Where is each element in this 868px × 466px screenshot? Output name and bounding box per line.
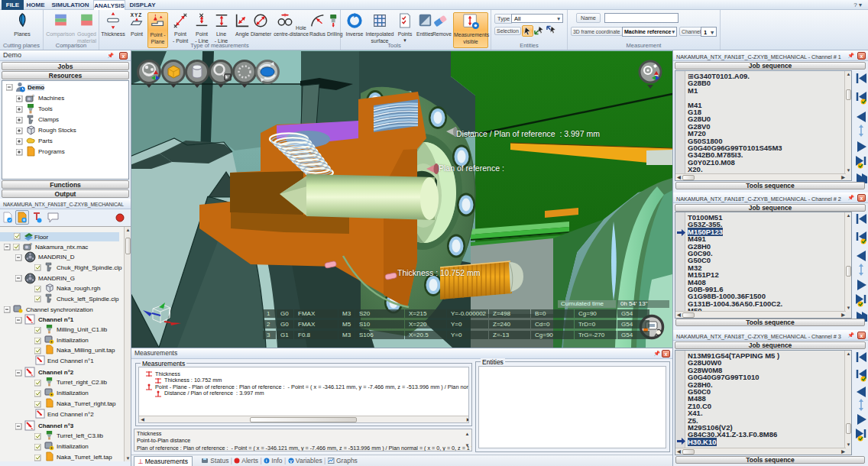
svg-text:V: V bbox=[289, 459, 292, 464]
svg-text:XYZ: XYZ bbox=[131, 12, 142, 18]
svg-text:o: o bbox=[30, 242, 32, 246]
svg-text:o: o bbox=[32, 93, 34, 98]
